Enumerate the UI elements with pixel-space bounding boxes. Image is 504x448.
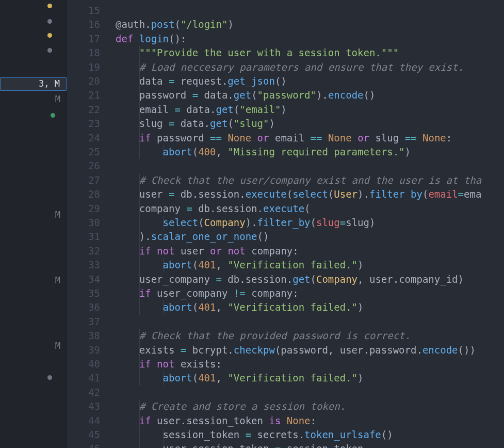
code-token: : xyxy=(311,415,316,426)
line-number[interactable]: 35 xyxy=(79,286,100,300)
line-number[interactable]: 38 xyxy=(79,329,100,343)
code-line[interactable]: password = data.get("password").encode() xyxy=(116,88,375,102)
sidebar-item[interactable]: M xyxy=(0,274,67,287)
line-number[interactable]: 28 xyxy=(79,187,100,201)
line-number[interactable]: 25 xyxy=(79,145,100,159)
code-token: company: xyxy=(246,287,299,299)
code-token: (password, user.password. xyxy=(275,344,422,356)
line-number[interactable]: 45 xyxy=(79,428,100,442)
line-number[interactable]: 34 xyxy=(79,273,100,286)
sidebar-item[interactable]: M xyxy=(0,340,67,353)
line-number[interactable]: 27 xyxy=(79,173,100,187)
line-number[interactable]: 23 xyxy=(79,117,100,131)
code-line[interactable]: if user.session_token is None: xyxy=(116,414,316,428)
code-line[interactable]: user_company = db.session.get(Company, u… xyxy=(116,273,464,286)
line-number[interactable]: 24 xyxy=(79,131,100,145)
code-token: exists xyxy=(116,344,181,356)
code-line[interactable]: abort(401, "Verification failed.") xyxy=(116,258,364,272)
code-line[interactable]: # Check that the user/company exist and … xyxy=(116,173,481,187)
code-line[interactable]: if user_company != company: xyxy=(116,286,299,300)
code-token: execute xyxy=(246,188,287,200)
code-token: get xyxy=(216,104,233,115)
code-line[interactable]: @auth.post("/login") xyxy=(116,18,234,31)
line-number[interactable]: 20 xyxy=(79,74,100,88)
code-token: checkpw xyxy=(234,344,275,356)
line-number[interactable]: 46 xyxy=(79,442,100,448)
code-line[interactable]: user.session_token = session_token xyxy=(116,442,363,448)
line-number[interactable]: 43 xyxy=(79,399,100,413)
sidebar-status-dot xyxy=(51,113,55,118)
line-number[interactable]: 36 xyxy=(79,300,100,314)
line-number[interactable]: 15 xyxy=(79,4,100,18)
code-line[interactable]: # Load neccesary parameters and ensure t… xyxy=(116,60,464,74)
code-token: ) xyxy=(357,259,363,270)
code-token: ( xyxy=(304,203,310,214)
code-line[interactable]: abort(401, "Verification failed.") xyxy=(116,371,364,385)
code-token: , xyxy=(216,301,228,313)
code-line[interactable]: # Check that the provided password is co… xyxy=(116,329,411,343)
code-token: # Check that the user/company exist and … xyxy=(139,174,481,186)
code-token: ( xyxy=(234,104,239,115)
line-number-gutter[interactable]: 1516171819202122232425262728293031323334… xyxy=(67,0,109,448)
line-number[interactable]: 42 xyxy=(79,386,100,399)
code-line[interactable]: user = db.session.execute(select(User).f… xyxy=(116,187,481,201)
code-token: encode xyxy=(328,89,364,101)
line-number[interactable]: 33 xyxy=(79,258,100,272)
code-line[interactable]: email = data.get("email") xyxy=(116,103,287,117)
code-line[interactable]: slug = data.get("slug") xyxy=(116,117,275,131)
sidebar-status-dot xyxy=(47,4,52,8)
code-line[interactable]: ).scalar_one_or_none() xyxy=(116,230,269,244)
code-token: get xyxy=(234,89,251,101)
line-number[interactable]: 21 xyxy=(79,88,100,102)
sidebar-item[interactable]: M xyxy=(0,209,67,222)
code-token: request. xyxy=(174,75,227,87)
line-number[interactable]: 19 xyxy=(79,60,100,74)
line-number[interactable]: 39 xyxy=(79,343,100,357)
line-number[interactable]: 16 xyxy=(79,18,100,31)
line-number[interactable]: 32 xyxy=(79,244,100,258)
code-token: user.session_token xyxy=(151,415,269,426)
code-token xyxy=(151,245,157,257)
code-line[interactable]: if not exists: xyxy=(116,357,222,371)
code-line[interactable]: company = db.session.execute( xyxy=(116,202,311,216)
explorer-sidebar[interactable]: 3, MMMMM xyxy=(0,0,67,448)
sidebar-item[interactable]: 3, M xyxy=(0,77,67,91)
code-line[interactable]: exists = bcrypt.checkpw(password, user.p… xyxy=(116,343,476,357)
code-line[interactable]: select(Company).filter_by(slug=slug) xyxy=(116,216,375,230)
code-token: abort xyxy=(163,372,192,383)
line-number[interactable]: 26 xyxy=(79,159,100,173)
code-line[interactable]: if password == None or email == None or … xyxy=(116,131,452,145)
code-line[interactable]: def login(): xyxy=(116,32,186,46)
line-number[interactable]: 40 xyxy=(79,357,100,371)
line-number[interactable]: 17 xyxy=(79,32,100,46)
code-line[interactable]: abort(401, "Verification failed.") xyxy=(116,300,364,314)
code-token: "email" xyxy=(239,104,281,115)
code-line[interactable]: if not user or not company: xyxy=(116,244,299,258)
code-token: or xyxy=(257,132,269,143)
line-number[interactable]: 41 xyxy=(79,371,100,385)
code-line[interactable]: data = request.get_json() xyxy=(116,74,287,88)
code-token: = xyxy=(181,344,186,356)
line-number[interactable]: 22 xyxy=(79,103,100,117)
line-number[interactable]: 44 xyxy=(79,414,100,428)
code-token: ()) xyxy=(458,344,476,356)
line-number[interactable]: 31 xyxy=(79,230,100,244)
code-token: = xyxy=(275,443,281,448)
sidebar-item[interactable]: M xyxy=(0,93,67,106)
line-number[interactable]: 37 xyxy=(79,315,100,329)
code-line[interactable]: # Create and store a session token. xyxy=(116,399,346,413)
code-token: if xyxy=(139,245,151,257)
code-token: , user.company_id) xyxy=(357,274,464,285)
code-token: get xyxy=(292,274,310,285)
code-token: = xyxy=(186,203,192,214)
code-token: email xyxy=(269,132,311,143)
code-token: secrets. xyxy=(251,429,304,440)
line-number[interactable]: 30 xyxy=(79,216,100,230)
line-number[interactable]: 18 xyxy=(79,46,100,60)
code-token: None xyxy=(328,132,352,143)
code-area[interactable]: @auth.post("/login")def login(): """Prov… xyxy=(109,0,504,448)
code-line[interactable]: abort(400, "Missing required parameters.… xyxy=(116,145,411,159)
line-number[interactable]: 29 xyxy=(79,202,100,216)
code-line[interactable]: """Provide the user with a session token… xyxy=(116,46,399,60)
code-line[interactable]: session_token = secrets.token_urlsafe() xyxy=(116,428,393,442)
